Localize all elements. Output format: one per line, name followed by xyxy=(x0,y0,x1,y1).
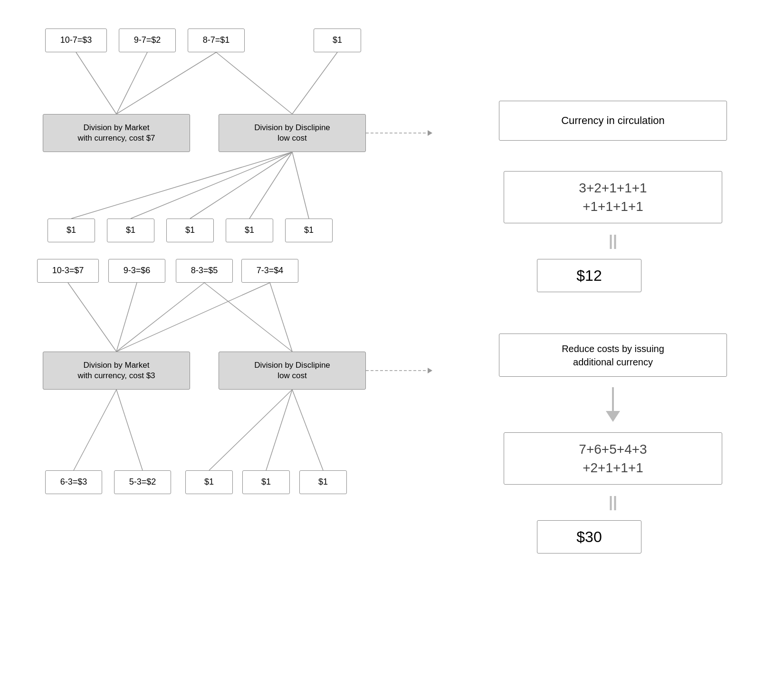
sum1-box: 3+2+1+1+1+1+1+1+1 xyxy=(504,171,722,223)
node-8-7: 8-7=$1 xyxy=(188,29,245,52)
node-b4: $1 xyxy=(242,470,290,494)
svg-line-0 xyxy=(76,52,116,114)
node-d3: $1 xyxy=(166,219,214,242)
node-c2: 9-3=$6 xyxy=(108,259,165,283)
currency-label-box: Currency in circulation xyxy=(499,101,727,141)
node-d4: $1 xyxy=(226,219,273,242)
svg-line-17 xyxy=(116,390,143,470)
node-div-discipline-2: Division by Disclipinelow cost xyxy=(219,352,366,390)
svg-line-2 xyxy=(116,52,216,114)
node-b1: 6-3=$3 xyxy=(45,470,102,494)
equals2: || xyxy=(599,493,627,511)
svg-line-6 xyxy=(131,152,292,219)
node-div-market-2: Division by Marketwith currency, cost $3 xyxy=(43,352,190,390)
node-c4: 7-3=$4 xyxy=(241,259,298,283)
svg-line-5 xyxy=(71,152,292,219)
node-10-7: 10-7=$3 xyxy=(45,29,107,52)
node-d2: $1 xyxy=(107,219,154,242)
reduce-costs-box: Reduce costs by issuingadditional curren… xyxy=(499,334,727,377)
total1-box: $12 xyxy=(537,259,641,292)
node-d5: $1 xyxy=(285,219,333,242)
svg-line-20 xyxy=(292,390,323,470)
svg-line-11 xyxy=(116,283,137,352)
svg-line-4 xyxy=(292,52,337,114)
svg-line-3 xyxy=(216,52,292,114)
svg-line-16 xyxy=(74,390,116,470)
svg-line-7 xyxy=(190,152,292,219)
svg-line-19 xyxy=(266,390,292,470)
node-c1: 10-3=$7 xyxy=(37,259,99,283)
sum2-box: 7+6+5+4+3+2+1+1+1 xyxy=(504,432,722,485)
node-9-7: 9-7=$2 xyxy=(119,29,176,52)
svg-marker-22 xyxy=(428,130,432,136)
diagram-container: 10-7=$3 9-7=$2 8-7=$1 $1 Division by Mar… xyxy=(0,0,784,687)
node-div-market-1: Division by Marketwith currency, cost $7 xyxy=(43,114,190,152)
node-b5: $1 xyxy=(299,470,347,494)
svg-line-9 xyxy=(292,152,309,219)
svg-line-18 xyxy=(209,390,292,470)
node-c3: 8-3=$5 xyxy=(176,259,233,283)
svg-line-8 xyxy=(249,152,292,219)
svg-line-1 xyxy=(116,52,147,114)
node-b2: 5-3=$2 xyxy=(114,470,171,494)
svg-line-10 xyxy=(68,283,116,352)
svg-marker-26 xyxy=(606,411,620,422)
svg-line-14 xyxy=(204,283,292,352)
node-d1: $1 xyxy=(48,219,95,242)
node-dollar1-top: $1 xyxy=(314,29,361,52)
equals1: || xyxy=(599,232,627,249)
svg-line-12 xyxy=(116,283,204,352)
total2-box: $30 xyxy=(537,520,641,553)
svg-line-13 xyxy=(116,283,270,352)
svg-line-15 xyxy=(270,283,292,352)
down-arrow xyxy=(599,385,627,423)
node-div-discipline-1: Division by Disclipinelow cost xyxy=(219,114,366,152)
node-b3: $1 xyxy=(185,470,233,494)
svg-marker-24 xyxy=(428,368,432,373)
